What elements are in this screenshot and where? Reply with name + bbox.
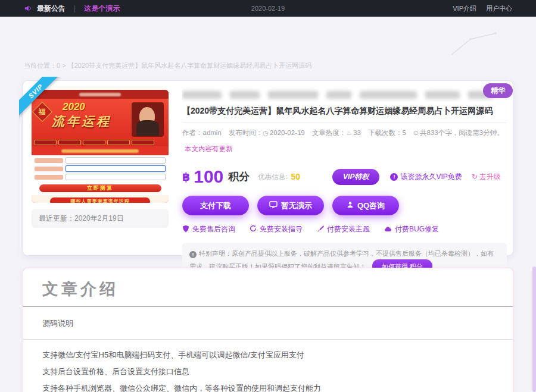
article-body: 支持微信/支付宝H5和电脑端扫码支付、手机端可以调起微信/支付宝应用支付 支持后… — [23, 340, 513, 392]
feature-line: 支持后台设置价格、后台设置支付接口信息 — [42, 366, 494, 377]
price-amount: 100 — [194, 168, 223, 186]
upgrade-link[interactable]: ↻ 去升级 — [472, 172, 501, 182]
notice-label: 特别声明： — [199, 250, 232, 257]
thumb-form: 立即测算 — [32, 155, 169, 195]
thumb-form-row — [35, 157, 166, 164]
article-card: 文章介绍 源码说明 支持微信/支付宝H5和电脑端扫码支付、手机端可以调起微信/支… — [23, 268, 513, 392]
vip-intro-link[interactable]: VIP介绍 — [453, 4, 476, 13]
content-updated-note: 本文内容有更新 — [185, 145, 233, 153]
product-detail: 【2020带支付完美运营】鼠年风水起名八字算命算财运姻缘易经周易占卜开运网源码 … — [182, 87, 507, 279]
meta-downloads: 下载次数：5 — [368, 128, 406, 137]
calendar-icon: ◷ — [263, 129, 269, 136]
thumb-nav-pills — [34, 140, 154, 145]
user-center-link[interactable]: 用户中心 — [486, 4, 512, 13]
pay-download-button[interactable]: 支付下载 — [182, 196, 249, 215]
scrollbar[interactable] — [532, 266, 536, 392]
product-title: 【2020带支付完美运营】鼠年风水起名八字算命算财运姻缘易经周易占卜开运网源码 — [182, 106, 507, 123]
demo-button[interactable]: 暂无演示 — [257, 196, 324, 215]
meta-words: ⊙共833个字，阅读需3分钟。 — [413, 128, 504, 137]
free-install-guide-link[interactable]: 免费安装指导 — [250, 224, 303, 234]
shield-icon — [182, 225, 189, 234]
paid-install-theme-link[interactable]: 付费安装主题 — [317, 224, 370, 234]
product-card: SVIP 精华 福 2020 流年运程 立即测算 哪些人需要测算流年运程 最近更… — [23, 80, 513, 256]
info-icon: ! — [390, 173, 398, 181]
breadcrumb-prefix: 当前位置：0 > — [24, 62, 66, 69]
paid-bugfix-link[interactable]: 付费BUG修复 — [384, 224, 439, 234]
thumb-form-row — [35, 174, 166, 180]
service-links: 免费售后咨询 免费安装指导 付费安装主题 付费BUG修复 — [182, 224, 507, 234]
discount-label: 优惠信息: — [258, 173, 287, 181]
coin-icon: ฿ — [182, 170, 190, 184]
background-decoration — [441, 24, 512, 59]
notice-icon: ! — [189, 251, 197, 258]
qq-consult-button[interactable]: QQ咨询 — [332, 196, 399, 215]
essence-badge: 精华 — [483, 83, 513, 98]
topbar: 2020-02-19 最新公告 | 这是个演示 VIP介绍 用户中心 — [0, 0, 536, 17]
refresh-icon — [250, 225, 257, 234]
article-section-title: 文章介绍 — [23, 268, 513, 306]
free-support-link[interactable]: 免费售后咨询 — [182, 224, 235, 234]
feature-line: 支持微信/支付宝H5和电脑端扫码支付、手机端可以调起微信/支付宝应用支付 — [42, 350, 494, 360]
thumb-photo — [132, 102, 164, 137]
meta-author: 作者：admin — [182, 128, 222, 137]
breadcrumb-current[interactable]: 【2020带支付完美运营】鼠年风水起名八字算命算财运姻缘易经周易占卜开运网源码 — [68, 62, 311, 69]
monitor-icon — [269, 201, 278, 210]
upgrade-icon: ↻ — [472, 173, 478, 181]
meta-publish: 发布时间：◷2020-02-19 — [229, 128, 305, 137]
wordcount-icon: ⊙ — [413, 129, 419, 136]
feature-line: 支持各种手机浏览器、微信公众绑定、微信内，等各种设置的使用和调起支付能力 — [42, 383, 494, 392]
thumb-banner — [32, 146, 169, 155]
thumb-form-row-selected — [35, 165, 166, 172]
vip-free-note: ! 该资源永久VIP免费 — [390, 172, 462, 182]
person-icon — [347, 201, 354, 210]
thumb-section: 哪些人需要测算流年运程 — [32, 195, 169, 203]
price-unit: 积分 — [228, 170, 250, 184]
meta-heat: 文章热度：♨33 — [312, 128, 361, 137]
brush-icon — [317, 225, 324, 234]
price-row: ฿ 100 积分 优惠信息: 50 VIP特权 ! 该资源永久VIP免费 ↻ 去… — [182, 168, 507, 186]
product-meta: 作者：admin 发布时间：◷2020-02-19 文章热度：♨33 下载次数：… — [182, 128, 507, 153]
action-buttons: 支付下载 暂无演示 QQ咨询 — [182, 196, 507, 215]
breadcrumb: 当前位置：0 > 【2020带支付完美运营】鼠年风水起名八字算命算财运姻缘易经周… — [24, 61, 311, 70]
vip-badge: VIP特权 — [332, 169, 379, 185]
cloud-icon — [384, 225, 392, 234]
article-subtitle: 源码说明 — [23, 307, 513, 339]
last-updated: 最近更新：2020年2月19日 — [32, 209, 169, 228]
thumb-cta-button: 立即测算 — [39, 184, 161, 192]
flame-icon: ♨ — [346, 129, 352, 136]
discount-value: 50 — [291, 172, 301, 181]
svip-ribbon: SVIP — [19, 77, 71, 129]
blurred-watermark — [182, 87, 507, 102]
